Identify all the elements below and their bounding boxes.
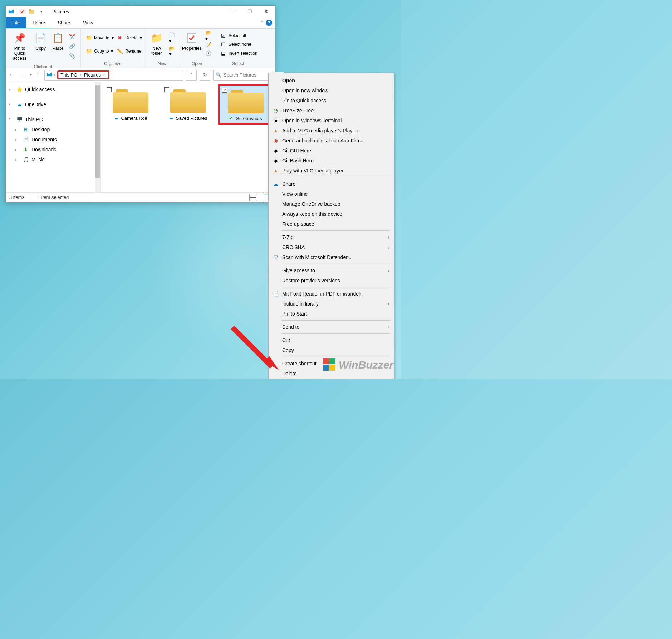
tree-quick-access[interactable]: ›⭐Quick access <box>6 84 100 94</box>
ctx-foxit[interactable]: 📄Mit Foxit Reader in PDF umwandeln <box>269 289 393 299</box>
new-item-icon[interactable]: 📄▾ <box>169 35 175 41</box>
folder-screenshots[interactable]: ✓ ✔Screenshots <box>220 86 271 123</box>
folder-saved-pictures[interactable]: ☁Saved Pictures <box>162 86 214 122</box>
ctx-crc[interactable]: CRC SHA› <box>269 242 393 252</box>
ctx-git-gui[interactable]: ◆Git GUI Here <box>269 146 393 156</box>
easy-access-icon[interactable]: 📂▾ <box>169 48 175 54</box>
breadcrumb-current[interactable]: Pictures <box>84 72 101 78</box>
collapse-ribbon-icon[interactable]: ˄ <box>261 20 263 25</box>
minimize-button[interactable]: ─ <box>225 6 241 17</box>
ctx-include-library[interactable]: Include in library› <box>269 299 393 309</box>
copy-icon: 📄 <box>34 31 47 44</box>
chevron-right-icon[interactable]: › <box>54 73 55 77</box>
new-folder-button[interactable]: 📁New folder <box>147 30 167 57</box>
cut-icon[interactable]: ✂️ <box>69 33 75 40</box>
qat-dropdown-icon[interactable]: ▾ <box>37 8 45 15</box>
select-none-button[interactable]: ☐Select none <box>219 40 259 48</box>
ctx-7zip[interactable]: 7-Zip› <box>269 232 393 242</box>
maximize-button[interactable]: ☐ <box>241 6 258 17</box>
ctx-pin-start[interactable]: Pin to Start <box>269 309 393 319</box>
tree-this-pc[interactable]: ˅🖥️This PC <box>6 114 100 125</box>
tree-scrollbar[interactable] <box>95 82 100 192</box>
properties-button[interactable]: Properties <box>181 30 203 52</box>
tree-desktop[interactable]: ›🖥Desktop <box>6 125 100 135</box>
select-all-button[interactable]: ☑Select all <box>219 32 259 40</box>
rename-button[interactable]: ✏️Rename <box>115 47 143 55</box>
nav-up-icon[interactable]: ↑ <box>36 71 39 79</box>
checkbox-checked[interactable]: ✓ <box>222 88 227 93</box>
ctx-view-online[interactable]: View online <box>269 189 393 199</box>
address-bar[interactable]: › This PC › Pictures › <box>44 70 183 81</box>
tree-onedrive[interactable]: ›☁OneDrive <box>6 99 100 109</box>
nav-tree[interactable]: ›⭐Quick access ›☁OneDrive ˅🖥️This PC ›🖥D… <box>6 82 101 192</box>
search-box[interactable]: 🔍 <box>213 70 272 81</box>
chevron-down-icon[interactable]: ˅ <box>9 117 14 122</box>
checkbox[interactable] <box>164 87 169 92</box>
open-icon[interactable]: 📂▾ <box>205 33 212 39</box>
ctx-rename[interactable]: Rename <box>269 379 393 379</box>
ctx-cut[interactable]: Cut <box>269 335 393 345</box>
tab-share[interactable]: Share <box>51 17 77 28</box>
ctx-vlc-add[interactable]: ▲Add to VLC media player's Playlist <box>269 126 393 136</box>
paste-shortcut-icon[interactable]: 📎 <box>69 53 75 59</box>
ctx-restore[interactable]: Restore previous versions <box>269 275 393 286</box>
copy-button[interactable]: 📄Copy <box>32 30 49 52</box>
pin-quick-access-button[interactable]: 📌Pin to Quick access <box>7 30 32 62</box>
addr-dropdown-icon[interactable]: ˅ <box>186 70 197 81</box>
chevron-right-icon[interactable]: › <box>104 73 105 77</box>
history-icon[interactable]: 🕓 <box>205 50 212 57</box>
tab-home[interactable]: Home <box>26 17 51 28</box>
nav-history-icon[interactable]: ▾ <box>30 73 32 77</box>
folder-camera-roll[interactable]: ☁Camera Roll <box>104 86 156 122</box>
details-view-icon[interactable] <box>249 194 257 201</box>
ctx-treesize[interactable]: ◔TreeSize Free <box>269 106 393 116</box>
chevron-right-icon[interactable]: › <box>9 87 14 92</box>
invert-selection-button[interactable]: ⬓Invert selection <box>219 49 259 57</box>
chevron-right-icon[interactable]: › <box>15 137 20 142</box>
paste-button[interactable]: 📋Paste <box>49 30 67 52</box>
chevron-right-icon[interactable]: › <box>15 157 20 162</box>
qat-folder-icon[interactable] <box>28 8 36 15</box>
help-button[interactable]: ? <box>266 20 272 26</box>
ctx-copy[interactable]: Copy <box>269 345 393 355</box>
tree-music[interactable]: ›🎵Music <box>6 155 100 165</box>
delete-button[interactable]: ✖Delete ▾ <box>115 34 143 42</box>
move-to-button[interactable]: 📁Move to ▾ <box>84 34 111 42</box>
chevron-right-icon[interactable]: › <box>15 147 20 152</box>
folder-copy-icon: 📁 <box>86 48 92 54</box>
ctx-windows-terminal[interactable]: ▣Open in Windows Terminal <box>269 116 393 126</box>
tab-file[interactable]: File <box>6 17 26 28</box>
ctx-free-up[interactable]: Free up space <box>269 219 393 229</box>
nav-back-icon[interactable]: ← <box>9 71 15 79</box>
qat-checkbox-icon[interactable] <box>19 8 26 15</box>
ctx-autofirma[interactable]: ◉Generar huella digital con AutoFirma <box>269 136 393 146</box>
ctx-pin-quick-access[interactable]: Pin to Quick access <box>269 96 393 106</box>
ctx-defender[interactable]: 🛡Scan with Microsoft Defender... <box>269 252 393 262</box>
nav-forward-icon[interactable]: → <box>19 71 26 79</box>
checkbox[interactable] <box>107 87 112 92</box>
ctx-open-new-window[interactable]: Open in new window <box>269 86 393 96</box>
ctx-give-access[interactable]: Give access to› <box>269 265 393 275</box>
ctx-share[interactable]: ☁Share <box>269 179 393 189</box>
chevron-right-icon[interactable]: › <box>9 102 14 107</box>
ctx-git-bash[interactable]: ◆Git Bash Here <box>269 156 393 166</box>
ctx-onedrive-backup[interactable]: Manage OneDrive backup <box>269 199 393 209</box>
content-area[interactable]: ☁Camera Roll ☁Saved Pictures ✓ ✔Screensh… <box>101 82 275 192</box>
tree-documents[interactable]: ›📄Documents <box>6 135 100 145</box>
ctx-always-keep[interactable]: Always keep on this device <box>269 209 393 219</box>
refresh-icon[interactable]: ↻ <box>200 70 210 81</box>
tab-view[interactable]: View <box>77 17 99 28</box>
ctx-send-to[interactable]: Send to› <box>269 322 393 332</box>
edit-icon[interactable]: 📝 <box>205 41 212 48</box>
ctx-open[interactable]: Open <box>269 75 393 86</box>
search-icon: 🔍 <box>216 72 221 78</box>
chevron-right-icon[interactable]: › <box>15 127 20 132</box>
scrollbar-thumb[interactable] <box>95 85 100 178</box>
close-button[interactable]: ✕ <box>258 6 274 17</box>
chevron-right-icon[interactable]: › <box>80 73 81 77</box>
copy-path-icon[interactable]: 🔗 <box>69 43 75 49</box>
tree-downloads[interactable]: ›⬇Downloads <box>6 145 100 155</box>
ctx-vlc-play[interactable]: ▲Play with VLC media player <box>269 166 393 176</box>
breadcrumb-root[interactable]: This PC <box>60 72 77 78</box>
copy-to-button[interactable]: 📁Copy to ▾ <box>84 47 111 55</box>
